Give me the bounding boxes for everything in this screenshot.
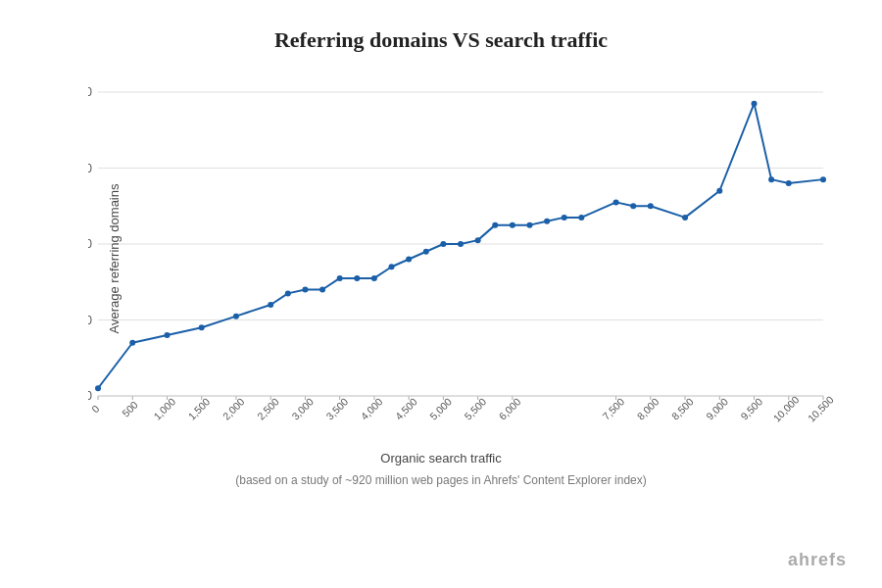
svg-text:3,000: 3,000: [289, 396, 316, 422]
svg-point-54: [199, 324, 205, 330]
svg-text:40: 40: [88, 237, 92, 251]
svg-point-74: [578, 215, 584, 220]
chart-svg: 02040608005001,0001,5002,0002,5003,0003,…: [88, 73, 853, 445]
svg-point-78: [682, 215, 688, 220]
svg-text:2,000: 2,000: [220, 396, 247, 422]
svg-point-83: [820, 176, 826, 182]
svg-point-60: [337, 275, 343, 281]
svg-text:3,500: 3,500: [323, 396, 350, 422]
svg-point-66: [440, 241, 446, 247]
svg-text:4,000: 4,000: [359, 396, 385, 422]
svg-text:1,000: 1,000: [151, 396, 177, 422]
svg-point-59: [319, 287, 325, 293]
svg-point-51: [95, 385, 101, 391]
svg-text:9,500: 9,500: [738, 396, 764, 422]
svg-point-70: [510, 222, 515, 228]
svg-point-68: [475, 237, 481, 243]
svg-point-81: [768, 176, 774, 182]
svg-point-75: [613, 199, 619, 205]
svg-point-73: [562, 215, 567, 220]
svg-point-80: [752, 101, 758, 107]
svg-point-65: [423, 249, 429, 255]
svg-point-57: [285, 290, 291, 296]
svg-point-71: [526, 222, 532, 228]
svg-text:5,000: 5,000: [427, 396, 454, 422]
svg-point-58: [302, 287, 308, 293]
svg-text:20: 20: [88, 314, 92, 327]
svg-point-53: [164, 332, 170, 338]
svg-text:1,500: 1,500: [185, 396, 212, 422]
svg-point-62: [371, 275, 377, 281]
svg-text:10,500: 10,500: [806, 393, 836, 423]
svg-text:60: 60: [88, 162, 92, 175]
svg-point-77: [648, 203, 654, 209]
svg-point-69: [492, 222, 498, 228]
svg-point-72: [544, 219, 550, 224]
svg-text:8,500: 8,500: [669, 396, 696, 422]
svg-text:7,500: 7,500: [600, 396, 626, 422]
svg-point-61: [354, 275, 360, 281]
svg-point-79: [716, 188, 722, 194]
svg-text:0: 0: [89, 403, 102, 416]
svg-point-56: [268, 302, 273, 308]
svg-text:6,000: 6,000: [496, 396, 522, 422]
svg-point-67: [458, 241, 464, 247]
svg-text:500: 500: [120, 399, 140, 419]
x-axis-label: Organic search traffic: [380, 451, 501, 466]
svg-text:9,000: 9,000: [704, 396, 730, 422]
svg-text:2,500: 2,500: [255, 396, 281, 422]
svg-text:8,000: 8,000: [634, 396, 661, 422]
svg-point-76: [630, 203, 636, 209]
svg-point-52: [129, 340, 135, 346]
svg-text:5,500: 5,500: [462, 396, 488, 422]
ahrefs-brand: ahrefs: [788, 550, 847, 570]
footnote: (based on a study of ~920 million web pa…: [235, 473, 647, 487]
svg-text:80: 80: [88, 85, 92, 99]
svg-point-64: [406, 257, 412, 263]
svg-point-63: [389, 264, 395, 270]
y-axis-label: Average referring domains: [107, 184, 122, 334]
svg-point-82: [786, 180, 792, 186]
svg-text:4,500: 4,500: [393, 396, 419, 422]
chart-title: Referring domains VS search traffic: [274, 27, 608, 53]
svg-text:0: 0: [88, 389, 92, 403]
svg-text:10,000: 10,000: [770, 393, 801, 423]
page-container: Referring domains VS search traffic Aver…: [0, 0, 882, 588]
svg-point-55: [233, 314, 239, 319]
